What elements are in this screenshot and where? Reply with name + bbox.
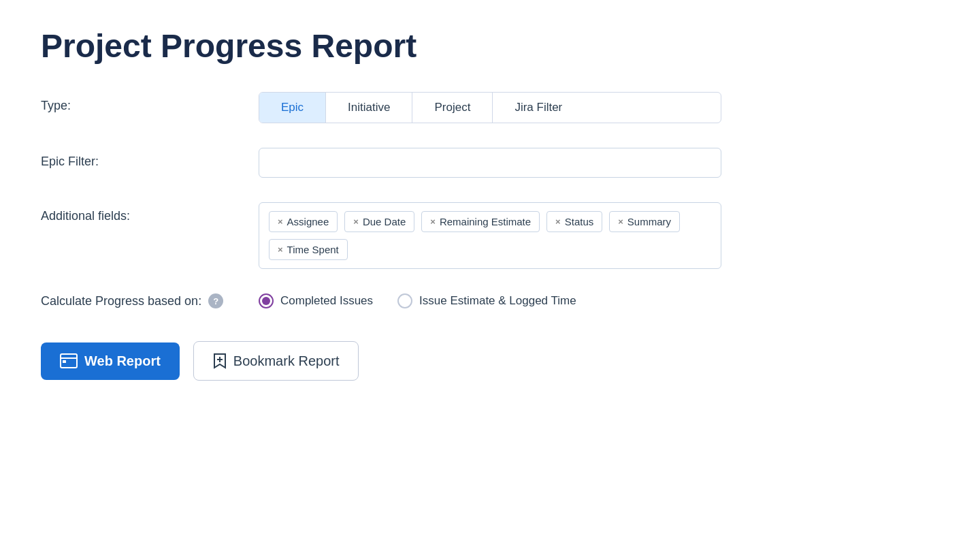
epic-filter-input[interactable]: [259, 148, 721, 178]
epic-filter-row: Epic Filter:: [41, 148, 939, 178]
field-tag-assignee-label: Assignee: [287, 216, 329, 227]
epic-filter-label: Epic Filter:: [41, 148, 259, 169]
radio-completed-issues-circle: [259, 293, 274, 308]
field-tag-time-spent-label: Time Spent: [287, 244, 339, 255]
fields-container: × Assignee × Due Date × Remaining Estima…: [259, 202, 721, 269]
field-tag-summary: × Summary: [609, 211, 680, 232]
remove-remaining-estimate-icon[interactable]: ×: [430, 217, 436, 227]
radio-completed-issues[interactable]: Completed Issues: [259, 293, 373, 308]
field-tag-time-spent: × Time Spent: [269, 239, 348, 260]
bookmark-report-button[interactable]: Bookmark Report: [193, 341, 359, 381]
additional-fields-control: × Assignee × Due Date × Remaining Estima…: [259, 202, 721, 269]
additional-fields-row: Additional fields: × Assignee × Due Date…: [41, 202, 939, 269]
field-tag-assignee: × Assignee: [269, 211, 338, 232]
type-btn-project[interactable]: Project: [412, 93, 493, 123]
remove-time-spent-icon[interactable]: ×: [278, 244, 283, 255]
remove-assignee-icon[interactable]: ×: [278, 217, 283, 227]
radio-estimate-logged-label: Issue Estimate & Logged Time: [419, 294, 576, 308]
field-tag-status-label: Status: [565, 216, 594, 227]
type-row: Type: Epic Initiative Project Jira Filte…: [41, 92, 939, 123]
radio-completed-issues-label: Completed Issues: [280, 294, 373, 308]
type-control: Epic Initiative Project Jira Filter: [259, 92, 721, 123]
bookmark-icon: [213, 353, 227, 369]
browser-icon: [60, 353, 78, 368]
remove-status-icon[interactable]: ×: [555, 217, 561, 227]
field-tag-due-date: × Due Date: [344, 211, 414, 232]
buttons-row: Web Report Bookmark Report: [41, 341, 939, 381]
bookmark-report-label: Bookmark Report: [233, 353, 340, 369]
remove-due-date-icon[interactable]: ×: [353, 217, 359, 227]
radio-completed-issues-inner: [262, 297, 270, 305]
help-icon[interactable]: ?: [208, 293, 223, 308]
type-btn-jira-filter[interactable]: Jira Filter: [493, 93, 584, 123]
type-btn-epic[interactable]: Epic: [259, 93, 326, 123]
remove-summary-icon[interactable]: ×: [618, 217, 623, 227]
field-tag-status: × Status: [546, 211, 602, 232]
calculate-progress-label: Calculate Progress based on: ?: [41, 293, 259, 308]
page-title: Project Progress Report: [41, 27, 939, 65]
svg-rect-2: [63, 360, 66, 363]
radio-estimate-logged-circle: [397, 293, 412, 308]
radio-estimate-logged[interactable]: Issue Estimate & Logged Time: [397, 293, 576, 308]
field-tag-summary-label: Summary: [627, 216, 671, 227]
type-btn-initiative[interactable]: Initiative: [326, 93, 412, 123]
field-tag-remaining-estimate-label: Remaining Estimate: [440, 216, 531, 227]
type-label: Type:: [41, 92, 259, 113]
web-report-button[interactable]: Web Report: [41, 342, 180, 380]
radio-options: Completed Issues Issue Estimate & Logged…: [259, 293, 576, 308]
field-tag-remaining-estimate: × Remaining Estimate: [421, 211, 540, 232]
additional-fields-label: Additional fields:: [41, 202, 259, 223]
type-selector: Epic Initiative Project Jira Filter: [259, 92, 721, 123]
field-tag-due-date-label: Due Date: [363, 216, 406, 227]
epic-filter-control: [259, 148, 721, 178]
calculate-progress-row: Calculate Progress based on: ? Completed…: [41, 293, 939, 308]
web-report-label: Web Report: [84, 353, 161, 369]
